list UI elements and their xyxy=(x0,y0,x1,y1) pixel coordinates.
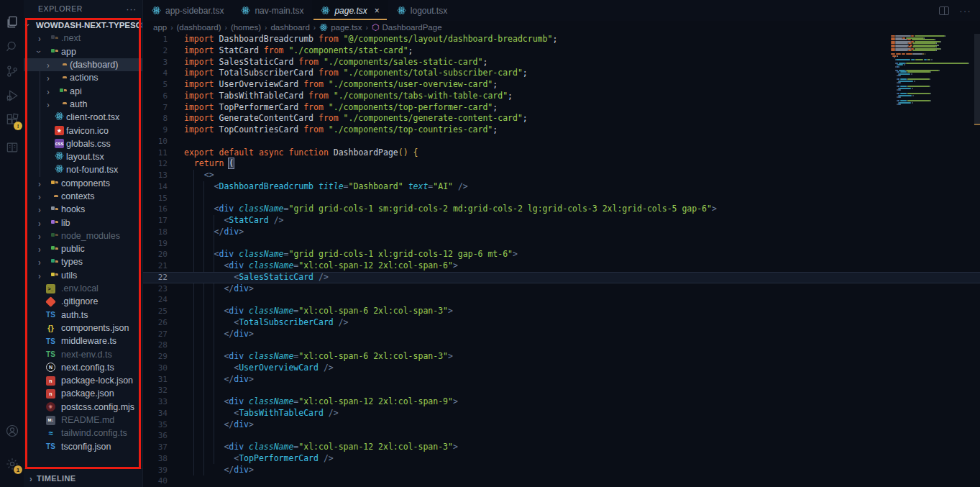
code-line-21[interactable]: 21 <div className="xl:col-span-12 2xl:co… xyxy=(143,260,980,272)
explorer-more-actions-icon[interactable]: ··· xyxy=(126,4,137,14)
tree-item-auth-ts[interactable]: TSauth.ts xyxy=(24,309,142,322)
tree-item-package-json[interactable]: npackage.json xyxy=(24,387,142,400)
code-line-14[interactable]: 14 <DashboardBreadcrumb title="Dashboard… xyxy=(143,181,980,193)
tree-item-middleware-ts[interactable]: TSmiddleware.ts xyxy=(24,334,142,347)
tab-page-tsx[interactable]: page.tsx× xyxy=(312,0,388,21)
tree-item-next-env-d-ts[interactable]: TSnext-env.d.ts xyxy=(24,347,142,360)
tree-item--env-local[interactable]: >_.env.local xyxy=(24,282,142,295)
scrollbar-thumb[interactable] xyxy=(974,34,980,124)
tree-item-postcss-config-mjs[interactable]: ✳postcss.config.mjs xyxy=(24,401,142,414)
code-line-11[interactable]: 11export default async function Dashboar… xyxy=(143,147,980,159)
code-line-26[interactable]: 26 <TotalSubscriberCard /> xyxy=(143,317,980,329)
tree-item-lib[interactable]: ›lib xyxy=(24,216,142,229)
code-line-40[interactable]: 40 xyxy=(143,475,980,487)
tree-item-globals-css[interactable]: cssglobals.css xyxy=(24,137,142,150)
code-line-5[interactable]: 5import UserOverviewCard from "./compone… xyxy=(143,79,980,91)
tree-item-client-root-tsx[interactable]: client-root.tsx xyxy=(24,111,142,124)
tree-item-components-json[interactable]: {}components.json xyxy=(24,322,142,334)
code-line-12[interactable]: 12 return ( xyxy=(143,158,980,170)
account-icon[interactable] xyxy=(0,419,24,442)
code-line-39[interactable]: 39 </div> xyxy=(143,465,980,476)
source-control-icon[interactable] xyxy=(0,59,24,83)
tab-nav-main-tsx[interactable]: nav-main.tsx xyxy=(232,0,312,21)
code-line-10[interactable]: 10 xyxy=(143,136,980,147)
code-line-31[interactable]: 31 </div> xyxy=(143,374,980,386)
tab-app-sidebar-tsx[interactable]: app-sidebar.tsx xyxy=(143,0,232,21)
docs-book-icon[interactable] xyxy=(0,135,24,159)
code-line-1[interactable]: 1import DashboardBreadcrumb from "@/comp… xyxy=(143,34,980,45)
minimap[interactable] xyxy=(889,34,974,487)
code-line-34[interactable]: 34 <TabsWithTableCard /> xyxy=(143,408,980,419)
code-line-33[interactable]: 33 <div className="xl:col-span-12 2xl:co… xyxy=(143,396,980,408)
code-line-6[interactable]: 6import TabsWithTableCard from "./compon… xyxy=(143,91,980,102)
tree-item-favicon-ico[interactable]: ★favicon.ico xyxy=(24,124,142,137)
tree-item--gitignore[interactable]: .gitignore xyxy=(24,295,142,308)
code-line-8[interactable]: 8import GenerateContentCard from "./comp… xyxy=(143,113,980,124)
search-icon[interactable] xyxy=(0,35,24,58)
code-line-17[interactable]: 17 <StatCard /> xyxy=(143,215,980,227)
tree-item-next-config-ts[interactable]: Nnext.config.ts xyxy=(24,361,142,374)
code-line-16[interactable]: 16 <div className="grid grid-cols-1 sm:g… xyxy=(143,204,980,215)
tree-item--dashboard-[interactable]: ›(dashboard) xyxy=(24,58,142,71)
breadcrumb-item--homes-[interactable]: (homes) xyxy=(231,23,261,32)
code-editor[interactable]: 1import DashboardBreadcrumb from "@/comp… xyxy=(143,34,980,487)
settings-gear-icon[interactable]: 1 xyxy=(0,452,24,475)
run-debug-icon[interactable] xyxy=(0,83,24,107)
code-line-13[interactable]: 13 <> xyxy=(143,170,980,181)
breadcrumb-item-dashboard[interactable]: dashboard xyxy=(270,23,309,32)
code-line-30[interactable]: 30 <UserOverviewCard /> xyxy=(143,363,980,374)
tree-item-layout-tsx[interactable]: layout.tsx xyxy=(24,150,142,163)
code-line-23[interactable]: 23 </div> xyxy=(143,283,980,295)
tree-item-tailwind-config-ts[interactable]: ≈tailwind.config.ts xyxy=(24,427,142,440)
tree-item-contexts[interactable]: ›contexts xyxy=(24,190,142,203)
tree-item-node-modules[interactable]: ›node_modules xyxy=(24,229,142,242)
tree-item-components[interactable]: ›components xyxy=(24,177,142,190)
code-line-15[interactable]: 15 xyxy=(143,193,980,204)
code-line-35[interactable]: 35 </div> xyxy=(143,419,980,431)
timeline-section[interactable]: › TIMELINE xyxy=(24,468,142,487)
tab-logout-tsx[interactable]: logout.tsx xyxy=(388,0,456,21)
breadcrumb-item--dashboard-[interactable]: (dashboard) xyxy=(177,23,221,32)
tree-item-types[interactable]: ›types xyxy=(24,255,142,268)
tree-item-tsconfig-json[interactable]: TStsconfig.json xyxy=(24,440,142,453)
tree-item-package-lock-json[interactable]: npackage-lock.json xyxy=(24,374,142,387)
tree-item-app[interactable]: ›app xyxy=(24,45,142,58)
code-line-36[interactable]: 36 xyxy=(143,430,980,442)
close-icon[interactable]: × xyxy=(375,6,380,16)
tree-item-wowdash-next-typescrip-[interactable]: ›WOWDASH-NEXT-TYPESCRIP... xyxy=(24,19,142,32)
code-line-37[interactable]: 37 <div className="xl:col-span-12 2xl:co… xyxy=(143,442,980,453)
tree-item-hooks[interactable]: ›hooks xyxy=(24,203,142,216)
tree-item-public[interactable]: ›public xyxy=(24,242,142,255)
tree-item-actions[interactable]: ›actions xyxy=(24,71,142,84)
code-line-38[interactable]: 38 <TopPerformerCard /> xyxy=(143,453,980,465)
code-line-32[interactable]: 32 xyxy=(143,385,980,396)
tree-item--next[interactable]: ›.next xyxy=(24,32,142,45)
code-line-22[interactable]: 22 <SalesStaticCard /> xyxy=(143,272,980,283)
code-line-2[interactable]: 2import StatCard from "./components/stat… xyxy=(143,45,980,57)
tree-item-readme-md[interactable]: M↓README.md xyxy=(24,414,142,427)
split-editor-icon[interactable] xyxy=(939,6,949,15)
code-line-25[interactable]: 25 <div className="xl:col-span-6 2xl:col… xyxy=(143,306,980,317)
code-line-7[interactable]: 7import TopPerformerCard from "./compone… xyxy=(143,102,980,114)
breadcrumb-item-page-tsx[interactable]: page.tsx xyxy=(319,23,362,32)
code-line-3[interactable]: 3import SalesStaticCard from "./componen… xyxy=(143,57,980,68)
tree-item-not-found-tsx[interactable]: not-found.tsx xyxy=(24,163,142,176)
tree-item-api[interactable]: ›api xyxy=(24,84,142,97)
code-line-27[interactable]: 27 </div> xyxy=(143,329,980,340)
tree-item-utils[interactable]: ›utils xyxy=(24,269,142,282)
explorer-icon[interactable] xyxy=(0,10,24,34)
more-actions-icon[interactable]: ··· xyxy=(959,5,971,17)
code-line-29[interactable]: 29 <div className="xl:col-span-6 2xl:col… xyxy=(143,351,980,363)
code-line-9[interactable]: 9import TopCountriesCard from "./compone… xyxy=(143,124,980,136)
breadcrumb-item-app[interactable]: app xyxy=(153,23,167,32)
code-line-19[interactable]: 19 xyxy=(143,238,980,250)
code-line-20[interactable]: 20 <div className="grid grid-cols-1 xl:g… xyxy=(143,249,980,260)
tree-item-auth[interactable]: ›auth xyxy=(24,98,142,111)
extensions-icon[interactable]: ! xyxy=(0,108,24,132)
code-line-18[interactable]: 18 </div> xyxy=(143,227,980,238)
code-line-28[interactable]: 28 xyxy=(143,340,980,351)
editor-scrollbar[interactable] xyxy=(974,34,980,487)
code-line-4[interactable]: 4import TotalSubscriberCard from "./comp… xyxy=(143,68,980,79)
breadcrumb-item-dashboardpage[interactable]: ⬡DashboardPage xyxy=(372,22,442,32)
code-line-24[interactable]: 24 xyxy=(143,294,980,306)
